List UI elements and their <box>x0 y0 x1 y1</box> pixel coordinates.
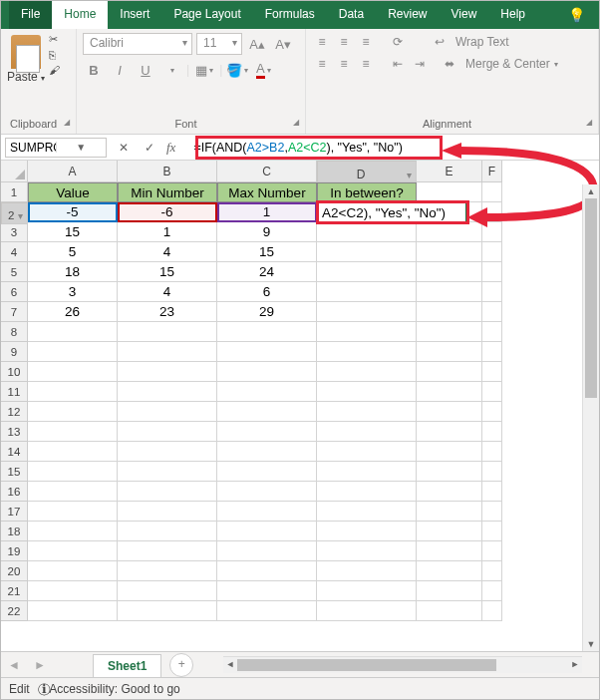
status-accessibility[interactable]: Accessibility: Good to go <box>49 682 179 696</box>
row-header-5[interactable]: 5 <box>1 262 28 282</box>
decrease-font-icon[interactable]: A▾ <box>272 33 294 55</box>
cell-A6[interactable]: 3 <box>28 282 118 302</box>
align-right-icon[interactable]: ≡ <box>356 55 376 73</box>
cell-E16[interactable] <box>417 482 482 502</box>
tab-data[interactable]: Data <box>327 1 376 29</box>
row-header-18[interactable]: 18 <box>1 522 28 541</box>
row-header-20[interactable]: 20 <box>1 561 28 581</box>
cell-C3[interactable]: 9 <box>217 222 317 242</box>
cell-D19[interactable] <box>317 541 417 561</box>
cell-E12[interactable] <box>417 402 482 422</box>
cell-D3[interactable] <box>317 222 417 242</box>
formula-input[interactable]: =IF(AND(A2>B2, A2<C2), "Yes", "No") <box>189 138 599 158</box>
cell-D21[interactable] <box>317 581 417 601</box>
row-header-16[interactable]: 16 <box>1 482 28 502</box>
fill-color-button[interactable]: 🪣 <box>226 59 248 81</box>
cell-A1[interactable]: Value <box>28 182 118 202</box>
row-header-21[interactable]: 21 <box>1 581 28 601</box>
cell-B17[interactable] <box>118 502 217 522</box>
cell-F4[interactable] <box>482 242 502 262</box>
col-header-C[interactable]: C <box>217 161 317 182</box>
cell-C8[interactable] <box>217 322 317 342</box>
cell-B16[interactable] <box>118 482 217 502</box>
cell-C9[interactable] <box>217 342 317 362</box>
col-header-A[interactable]: A <box>28 161 118 182</box>
tab-view[interactable]: View <box>440 1 489 29</box>
cell-E13[interactable] <box>417 422 482 442</box>
underline-more-icon[interactable] <box>160 59 182 81</box>
cell-D4[interactable] <box>317 242 417 262</box>
cell-B2[interactable]: -6 <box>118 202 217 222</box>
cell-B14[interactable] <box>118 442 217 462</box>
row-header-12[interactable]: 12 <box>1 402 28 422</box>
cell-A4[interactable]: 5 <box>28 242 118 262</box>
row-header-7[interactable]: 7 <box>1 302 28 322</box>
wrap-text-icon[interactable]: ↩ <box>430 33 450 51</box>
cut-icon[interactable]: ✂ <box>49 33 60 46</box>
font-size-select[interactable]: 11 <box>196 33 242 55</box>
align-left-icon[interactable]: ≡ <box>312 55 332 73</box>
clipboard-expand-icon[interactable]: ◢ <box>60 118 70 127</box>
cell-C21[interactable] <box>217 581 317 601</box>
font-expand-icon[interactable]: ◢ <box>289 118 299 127</box>
cancel-formula-icon[interactable]: ✕ <box>115 141 133 155</box>
italic-button[interactable]: I <box>109 59 131 81</box>
alignment-expand-icon[interactable]: ◢ <box>582 118 592 127</box>
row-header-3[interactable]: 3 <box>1 222 28 242</box>
cell-A2[interactable]: -5 <box>28 202 118 222</box>
cell-E1[interactable] <box>417 182 482 202</box>
cell-E3[interactable] <box>417 222 482 242</box>
cell-E7[interactable] <box>417 302 482 322</box>
row-header-19[interactable]: 19 <box>1 541 28 561</box>
cell-E6[interactable] <box>417 282 482 302</box>
merge-center-button[interactable]: Merge & Center <box>461 57 550 71</box>
cell-A12[interactable] <box>28 402 118 422</box>
cell-E18[interactable] <box>417 522 482 541</box>
new-sheet-button[interactable]: + <box>169 653 193 677</box>
cell-E19[interactable] <box>417 541 482 561</box>
scroll-up-icon[interactable]: ▲ <box>583 184 599 198</box>
cell-F5[interactable] <box>482 262 502 282</box>
spreadsheet-grid[interactable]: A B C D E F 1ValueMin NumberMax NumberIn… <box>1 161 599 621</box>
cell-D5[interactable] <box>317 262 417 282</box>
cell-D14[interactable] <box>317 442 417 462</box>
row-header-13[interactable]: 13 <box>1 422 28 442</box>
align-middle-icon[interactable]: ≡ <box>334 33 354 51</box>
cell-B5[interactable]: 15 <box>118 262 217 282</box>
cell-B8[interactable] <box>118 322 217 342</box>
cell-B9[interactable] <box>118 342 217 362</box>
cell-B4[interactable]: 4 <box>118 242 217 262</box>
cell-A11[interactable] <box>28 382 118 402</box>
cell-E20[interactable] <box>417 561 482 581</box>
cell-F14[interactable] <box>482 442 502 462</box>
cell-F21[interactable] <box>482 581 502 601</box>
scroll-left-icon[interactable]: ◄ <box>223 657 237 673</box>
col-header-F[interactable]: F <box>482 161 502 182</box>
name-box[interactable]: SUMPROD... ▼ <box>5 138 107 158</box>
cell-F1[interactable] <box>482 182 502 202</box>
enter-formula-icon[interactable]: ✓ <box>141 141 158 155</box>
sheet-nav-prev-icon[interactable]: ◄ <box>8 658 20 672</box>
cell-D7[interactable] <box>317 302 417 322</box>
cell-C14[interactable] <box>217 442 317 462</box>
orientation-icon[interactable]: ⟳ <box>388 33 408 51</box>
underline-button[interactable]: U <box>135 59 156 81</box>
cell-F10[interactable] <box>482 362 502 382</box>
cell-C15[interactable] <box>217 462 317 482</box>
row-header-15[interactable]: 15 <box>1 462 28 482</box>
hscroll-thumb[interactable] <box>237 659 496 671</box>
row-header-8[interactable]: 8 <box>1 322 28 342</box>
cell-C7[interactable]: 29 <box>217 302 317 322</box>
cell-C10[interactable] <box>217 362 317 382</box>
cell-D15[interactable] <box>317 462 417 482</box>
cell-F9[interactable] <box>482 342 502 362</box>
cell-C18[interactable] <box>217 522 317 541</box>
cell-F18[interactable] <box>482 522 502 541</box>
cell-D18[interactable] <box>317 522 417 541</box>
cell-C2[interactable]: 1 <box>217 202 317 222</box>
cell-C4[interactable]: 15 <box>217 242 317 262</box>
cell-F22[interactable] <box>482 601 502 621</box>
sheet-nav-next-icon[interactable]: ► <box>34 658 46 672</box>
cell-B12[interactable] <box>118 402 217 422</box>
cell-C19[interactable] <box>217 541 317 561</box>
